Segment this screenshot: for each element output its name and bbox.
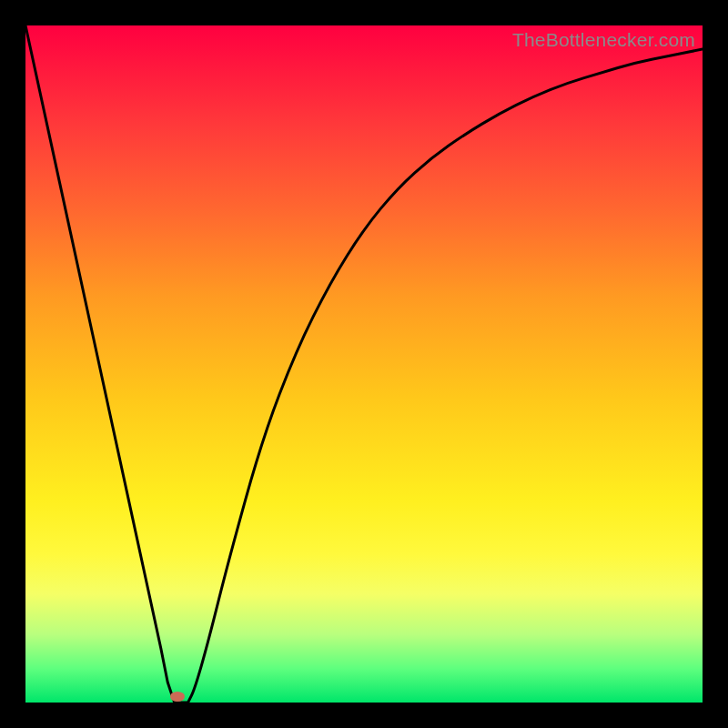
bottleneck-curve	[25, 25, 703, 703]
curve-svg	[25, 25, 703, 703]
plot-area: TheBottlenecker.com	[25, 25, 703, 703]
chart-frame: TheBottlenecker.com	[0, 0, 728, 728]
